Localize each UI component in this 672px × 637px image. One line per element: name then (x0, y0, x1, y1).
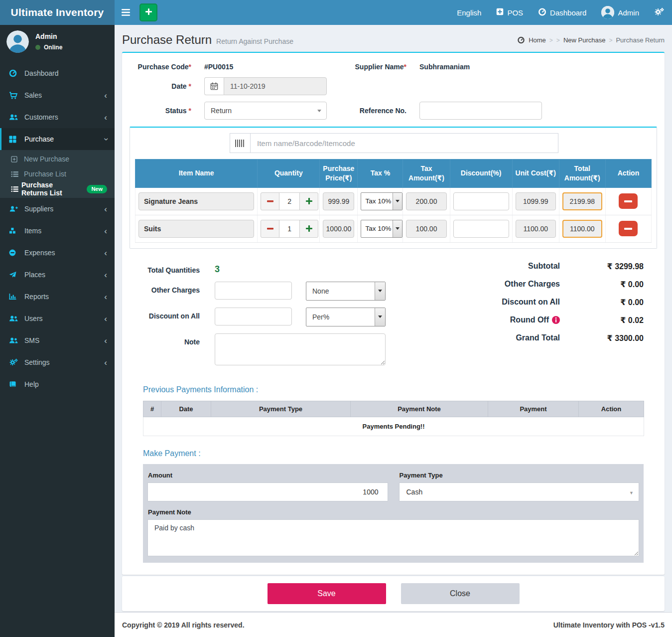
dashboard-gauge-icon (538, 8, 546, 17)
col-purchase-price: Purchase Price(₹) (320, 159, 358, 188)
note-textarea[interactable] (215, 333, 386, 365)
close-button[interactable]: Close (401, 583, 520, 604)
dashboard-link[interactable]: Dashboard (538, 0, 586, 25)
sidebar: Admin Online Dashboard Sales ‹ Customers… (0, 25, 115, 637)
sidebar-item-customers[interactable]: Customers ‹ (0, 106, 115, 128)
new-badge: New (87, 185, 107, 193)
previous-payments-heading: Previous Payments Information : (143, 385, 644, 394)
purchase-return-card: Purchase Code* #PU0015 Supplier Name* Su… (122, 52, 665, 575)
discount-input[interactable] (453, 220, 509, 238)
breadcrumb-separator: > (549, 37, 553, 44)
pos-link[interactable]: POS (496, 0, 523, 25)
sidebar-item-purchase-returns-list[interactable]: Purchase Returns List New (0, 181, 115, 196)
language-menu[interactable]: English (457, 0, 481, 25)
caret-down-icon: ▼ (629, 490, 634, 495)
item-row: Signature Jeans 999.99 Tax 10% (135, 187, 652, 215)
info-icon[interactable] (552, 316, 560, 324)
grand-total-value: ₹ 3300.00 (560, 333, 644, 343)
discount-type-select[interactable]: Per% (306, 308, 386, 326)
quick-add-button[interactable] (139, 3, 157, 21)
other-charges-label: Other Charges (122, 282, 200, 294)
status-select[interactable]: Return (204, 102, 327, 120)
decrement-button[interactable] (261, 220, 279, 237)
remove-item-button[interactable] (619, 193, 638, 209)
breadcrumb-new-purchase[interactable]: New Purchase (563, 36, 606, 44)
sidebar-toggle-button[interactable] (115, 0, 136, 25)
tax-select[interactable]: Tax 10% (361, 220, 403, 238)
breadcrumb-home[interactable]: Home (529, 36, 546, 44)
gauge-icon (9, 69, 24, 77)
item-search-input[interactable] (250, 133, 558, 153)
amount-label: Amount (147, 469, 388, 482)
remove-item-button[interactable] (619, 221, 638, 236)
increment-button[interactable] (300, 193, 318, 210)
item-search-group (230, 133, 558, 153)
sidebar-item-purchase-list[interactable]: Purchase List (0, 166, 115, 181)
items-box: Item Name Quantity Purchase Price(₹) Tax… (130, 127, 657, 249)
discount-input[interactable] (453, 192, 509, 210)
caret-down-icon (375, 308, 385, 326)
other-charges-total-label: Other Charges (505, 280, 560, 289)
save-button[interactable]: Save (268, 583, 386, 604)
sidebar-user-name: Admin (35, 32, 62, 40)
minus-icon (624, 200, 632, 203)
user-name-label: Admin (618, 8, 639, 17)
sidebar-item-dashboard[interactable]: Dashboard (0, 62, 115, 84)
sidebar-item-settings[interactable]: Settings ‹ (0, 351, 115, 373)
list-icon (11, 186, 21, 192)
app-logo[interactable]: Ultimate Inventory (0, 0, 115, 25)
item-row: Suits 1000.00 Tax 10% (135, 215, 652, 242)
tax-amount-value: 100.00 (406, 220, 446, 238)
bar-chart-icon (9, 293, 24, 300)
discount-total-label: Discount on All (502, 298, 560, 307)
payment-note-textarea[interactable]: Paid by cash (147, 519, 639, 556)
sidebar-item-help[interactable]: Help (0, 373, 115, 395)
user-menu[interactable]: Admin (601, 0, 639, 25)
page-subtitle: Return Against Purchase (216, 37, 293, 45)
pos-plus-square-icon (496, 8, 504, 17)
cart-icon (9, 92, 24, 99)
note-label: Note (122, 333, 200, 346)
page-title: Purchase Return (122, 33, 212, 47)
date-input[interactable] (224, 77, 327, 95)
quantity-input[interactable] (279, 193, 300, 210)
sidebar-item-suppliers[interactable]: Suppliers ‹ (0, 198, 115, 220)
col-tax-amount: Tax Amount(₹) (403, 159, 450, 188)
sidebar-item-users[interactable]: Users ‹ (0, 308, 115, 329)
tax-amount-value: 200.00 (406, 192, 446, 210)
col-payment-note: Payment Note (351, 401, 488, 417)
sidebar-item-items[interactable]: Items ‹ (0, 220, 115, 242)
breadcrumb-current: Purchase Return (616, 36, 665, 44)
minus-icon (624, 228, 632, 230)
version-text: Ultimate Inventory with POS -v1.5 (553, 621, 665, 629)
summary-row: Grand Total ₹ 3300.00 (449, 333, 644, 343)
sidebar-user-status[interactable]: Online (35, 44, 62, 51)
other-charges-type-select[interactable]: None (306, 282, 386, 301)
sidebar-menu: Dashboard Sales ‹ Customers ‹ Purchase ‹… (0, 62, 115, 395)
sidebar-item-purchase[interactable]: Purchase ‹ (0, 128, 115, 150)
sidebar-item-places[interactable]: Places ‹ (0, 264, 115, 286)
decrement-button[interactable] (261, 193, 279, 210)
payment-type-select[interactable]: Cash ▼ (399, 482, 640, 501)
increment-button[interactable] (300, 220, 318, 237)
sidebar-item-sms[interactable]: SMS ‹ (0, 329, 115, 351)
dashboard-label: Dashboard (550, 8, 586, 17)
sidebar-item-new-purchase[interactable]: New Purchase (0, 152, 115, 166)
sidebar-item-expenses[interactable]: Expenses ‹ (0, 242, 115, 264)
col-discount: Discount(%) (450, 159, 512, 188)
tax-select[interactable]: Tax 10% (361, 192, 403, 210)
reference-no-input[interactable] (419, 102, 542, 120)
discount-on-all-input[interactable] (215, 308, 292, 325)
sidebar-item-reports[interactable]: Reports ‹ (0, 286, 115, 308)
previous-payments-table: # Date Payment Type Payment Note Payment… (143, 401, 644, 436)
chevron-left-icon: ‹ (104, 249, 107, 257)
breadcrumb: Home > > New Purchase > Purchase Return (517, 36, 665, 44)
round-off-label: Round Off (510, 316, 560, 324)
settings-menu[interactable] (654, 0, 664, 25)
caret-down-icon (393, 220, 402, 237)
quantity-input[interactable] (279, 220, 300, 237)
amount-input[interactable] (147, 482, 388, 501)
sidebar-item-sales[interactable]: Sales ‹ (0, 84, 115, 106)
sidebar-user-panel: Admin Online (0, 25, 115, 59)
other-charges-input[interactable] (215, 282, 292, 300)
